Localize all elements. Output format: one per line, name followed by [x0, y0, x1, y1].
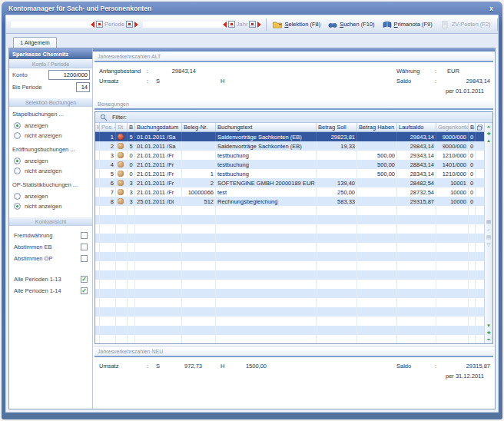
jahr-prev-button[interactable]	[228, 21, 235, 28]
grid-search-icon[interactable]: ⌕	[487, 227, 490, 232]
grid-row-empty[interactable]	[95, 215, 484, 224]
checkbox-row-abstimmen-eb[interactable]: Abstimmen EB	[12, 241, 89, 253]
grid-cell-gk: 9000/000	[436, 132, 469, 141]
grid-header-cell-buchungsdatum-datum[interactable]: Buchungsdatum	[135, 123, 182, 131]
go-last-icon[interactable]: ⏷	[487, 337, 491, 342]
grid-row-empty[interactable]	[95, 252, 484, 261]
bis-periode-input[interactable]	[76, 82, 90, 92]
checkbox-icon[interactable]	[81, 244, 88, 250]
checkbox-icon[interactable]: ✓	[81, 287, 88, 294]
close-button[interactable]: x	[487, 5, 496, 12]
grid-cell-b: 3	[128, 197, 135, 206]
toolbar-button-suchen-f10[interactable]: Suchen (F10)	[324, 18, 378, 31]
periode-prev-button[interactable]	[96, 21, 103, 28]
radio-icon[interactable]	[14, 193, 21, 200]
grid-row-empty[interactable]	[95, 289, 484, 298]
grid-row-empty[interactable]	[95, 298, 484, 307]
grid-row-empty[interactable]	[95, 234, 484, 243]
grid-header-cell-st-st[interactable]: St	[116, 123, 128, 131]
grid-cell-lauf	[397, 298, 436, 307]
radio-icon[interactable]	[14, 122, 21, 129]
radio-option-nicht-anzeigen[interactable]: nicht anzeigen	[12, 201, 89, 211]
grid-filter-icon[interactable]: ▽	[486, 242, 490, 247]
jahr-next-button[interactable]	[249, 21, 256, 28]
grid-cell-b	[128, 326, 135, 335]
konto-input[interactable]	[48, 70, 90, 80]
radio-icon[interactable]	[14, 132, 21, 139]
grid-row-4[interactable]: 4021.01.2011 /Frtestbuchung500,0028843,1…	[95, 160, 484, 169]
periode-next-button[interactable]	[126, 21, 133, 28]
grid-cell-text	[216, 307, 317, 317]
radio-icon[interactable]	[14, 167, 21, 174]
grid-row-5[interactable]: 5021.01.2011 /Fr1testbuchung500,0028343,…	[95, 169, 484, 178]
page-down-icon[interactable]: ✚	[486, 330, 490, 335]
checkbox-icon[interactable]	[81, 255, 88, 262]
checkbox-row-alle-perioden-1-14[interactable]: Alle Perioden 1-14✓	[12, 285, 89, 297]
grid-row-8[interactable]: 8325.01.2011 /Di512Rechnungsbegleichung5…	[95, 197, 484, 206]
grid-row-3[interactable]: 3021.01.2011 /Frtestbuchung500,0029343,1…	[95, 151, 484, 160]
colon: :	[147, 68, 156, 75]
radio-option-anzeigen[interactable]: anzeigen	[12, 121, 89, 131]
grid-row-empty[interactable]	[95, 307, 484, 317]
grid-header-cell-beleg-nr-beleg[interactable]: Beleg-Nr.	[182, 123, 216, 131]
grid-row-2[interactable]: 2501.01.2011 /SaSaldenvorträge Sachkonte…	[95, 141, 484, 151]
radio-option-nicht-anzeigen[interactable]: nicht anzeigen	[12, 166, 89, 176]
toolbar-button-primanota-f9[interactable]: Primanota (F9)	[379, 18, 436, 31]
grid-cell-spacer	[476, 335, 484, 343]
soll-letter: S	[156, 363, 167, 370]
grid-corner-button[interactable]	[476, 123, 484, 131]
grid-row-1[interactable]: 1501.01.2011 /SaSaldenvorträge Sachkonte…	[95, 132, 484, 141]
row-up-icon[interactable]: ▲	[486, 138, 491, 143]
grid-row-empty[interactable]	[95, 224, 484, 234]
radio-icon[interactable]	[14, 157, 21, 164]
row-down-icon[interactable]: ▼	[486, 323, 491, 328]
grid-cell-haben	[357, 317, 397, 326]
grid-cell-spacer	[476, 307, 484, 317]
filter-bar[interactable]: Filter:	[95, 112, 492, 123]
checkbox-row-fremdw-hrung[interactable]: Fremdwährung	[12, 230, 89, 241]
sidebar: Sparkasse Chemnitz Konto / Periode Konto…	[9, 48, 93, 409]
grid-row-empty[interactable]	[95, 206, 484, 215]
radio-icon[interactable]	[14, 203, 21, 210]
checkbox-row-alle-perioden-1-13[interactable]: Alle Perioden 1-13✓	[12, 273, 89, 285]
grid-cell-haben	[357, 215, 397, 224]
grid-cell-lauf	[397, 289, 436, 298]
grid-header-cell-pos-pos[interactable]: Pos.▼	[100, 123, 116, 131]
toolbar-button-selektion-f8[interactable]: Selektion (F8)	[269, 18, 324, 31]
grid-row-7[interactable]: 7321.01.2011 /Fr10000066test250,0028732,…	[95, 187, 484, 197]
grid-header-cell-betrag-haben-haben[interactable]: Betrag Haben	[357, 123, 397, 131]
checkbox-icon[interactable]: ✓	[81, 276, 88, 283]
grid-header-cell-betrag-soll-soll[interactable]: Betrag Soll	[317, 123, 357, 131]
grid-header-cell-gegenkonto-gk[interactable]: Gegenkonto	[436, 123, 469, 131]
radio-option-label: nicht anzeigen	[25, 167, 61, 174]
radio-option-nicht-anzeigen[interactable]: nicht anzeigen	[12, 131, 89, 141]
checkbox-icon[interactable]	[81, 232, 88, 239]
page-up-icon[interactable]: ✚	[486, 131, 490, 136]
checkbox-row-abstimmen-op[interactable]: Abstimmen OP	[12, 253, 89, 264]
grid-row-empty[interactable]	[95, 317, 484, 326]
grid-row-empty[interactable]	[95, 243, 484, 252]
grid-cell-gk: 10001	[436, 178, 469, 187]
grid-row-empty[interactable]	[95, 261, 484, 270]
grid-cell-gk: 1210/000	[436, 169, 469, 178]
jahr-prev-arrow-icon[interactable]	[143, 22, 227, 28]
tab-allgemein[interactable]: 1 Allgemein	[13, 37, 57, 48]
jahr-next-arrow-icon[interactable]	[257, 22, 261, 28]
grid-export-icon[interactable]: ▤	[486, 234, 492, 240]
grid-row-empty[interactable]	[95, 326, 484, 335]
grid-header-cell-b-b[interactable]: B	[128, 123, 135, 131]
radio-option-anzeigen[interactable]: anzeigen	[12, 191, 89, 201]
grid-view-icon[interactable]: ▦	[486, 219, 492, 224]
grid-row-empty[interactable]	[95, 280, 484, 289]
grid-row-empty[interactable]	[95, 335, 484, 343]
grid-header-cell-laufsaldo-lauf[interactable]: Laufsaldo	[397, 123, 436, 131]
grid-header-cell-buchungstext-text[interactable]: Buchungstext	[216, 123, 317, 131]
periode-next-arrow-icon[interactable]	[134, 22, 138, 28]
grid-row-empty[interactable]	[95, 270, 484, 280]
grid-row-6[interactable]: 6321.01.2011 /Fr2SOFTENGINE GMBH 2000018…	[95, 178, 484, 187]
go-first-icon[interactable]: ⏶	[487, 124, 491, 129]
radio-option-anzeigen[interactable]: anzeigen	[12, 156, 89, 166]
grid-cell-haben: 500,00	[357, 151, 397, 160]
grid-header-cell-b-b2[interactable]: B	[469, 123, 476, 131]
periode-prev-arrow-icon[interactable]	[11, 22, 94, 28]
